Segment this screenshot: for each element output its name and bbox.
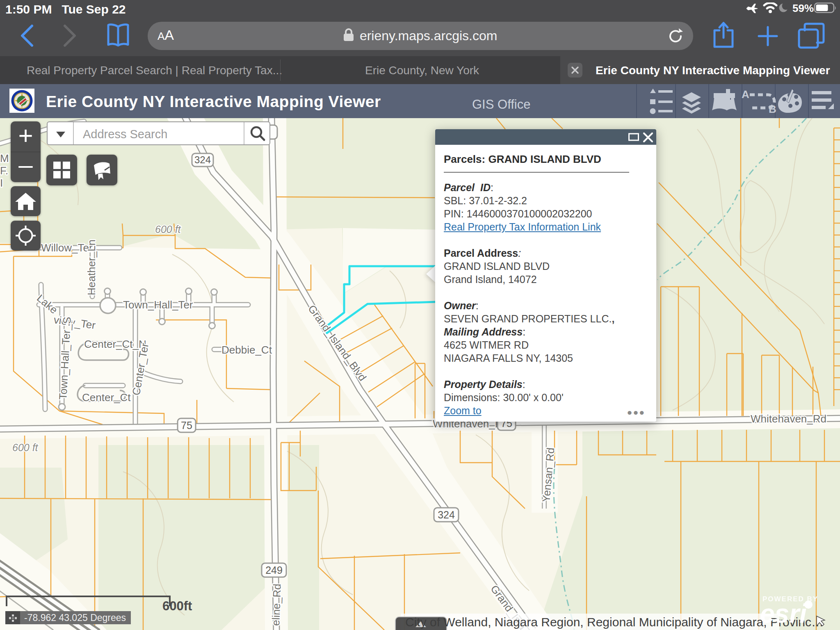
svg-text:I: I [0,177,3,189]
svg-text:75: 75 [181,420,192,431]
svg-text:59%: 59% [792,2,814,14]
svg-text:Center_Ct: Center_Ct [82,391,131,404]
svg-text:Town_Hall_Ter: Town_Hall_Ter [123,299,193,311]
svg-text:324: 324 [194,154,211,165]
svg-text:esri: esri [760,599,807,628]
svg-text:eline_Rd: eline_Rd [269,584,283,626]
svg-text:Heather_Ln: Heather_Ln [85,240,98,295]
svg-text:249: 249 [265,564,283,576]
svg-text:324: 324 [438,509,455,520]
svg-text:F.: F. [0,164,8,177]
svg-text:Center_Ct_N: Center_Ct_N [84,338,146,350]
svg-text:600ft: 600ft [162,599,192,613]
svg-text:M: M [0,152,9,164]
svg-text:600 ft: 600 ft [12,442,39,453]
svg-text:A: A [742,88,749,100]
svg-text:B: B [769,103,776,115]
svg-text:Debbie_Ct: Debbie_Ct [221,344,272,356]
svg-text:Whitehaven_Rd: Whitehaven_Rd [751,413,826,425]
svg-text:600 ft: 600 ft [155,224,181,235]
